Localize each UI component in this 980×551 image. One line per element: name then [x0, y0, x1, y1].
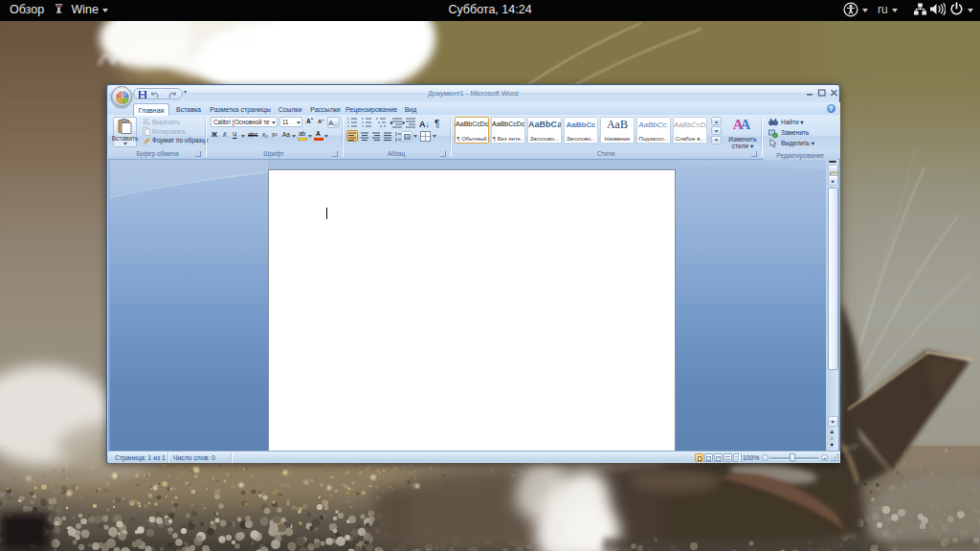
svg-text:¶: ¶: [434, 119, 439, 129]
svg-text:А↓: А↓: [419, 120, 430, 129]
